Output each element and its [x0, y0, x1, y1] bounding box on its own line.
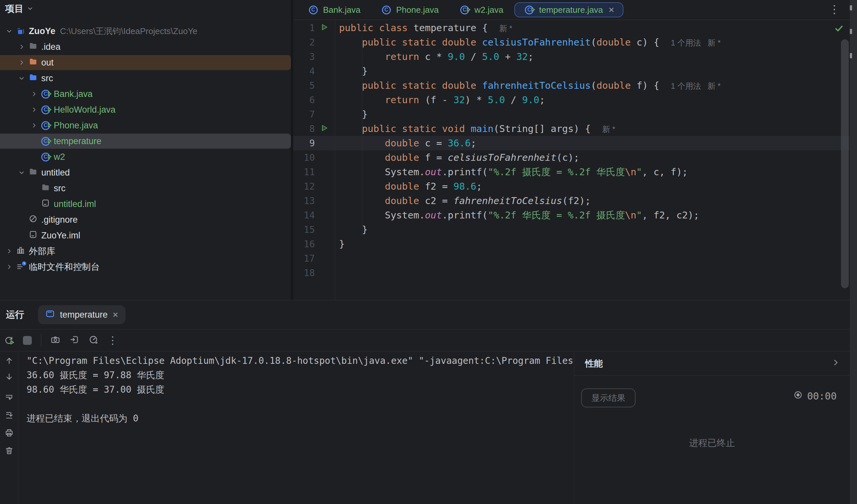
up-arrow-icon[interactable]: [4, 356, 14, 367]
tab-options-icon[interactable]: ⋮: [829, 3, 840, 16]
trash-icon[interactable]: [4, 446, 14, 456]
project-panel-header[interactable]: 项目: [0, 0, 291, 18]
code-line-4[interactable]: }: [339, 64, 840, 78]
tree-item-w2[interactable]: Cw2: [0, 149, 291, 165]
chevron-down-icon[interactable]: [16, 169, 28, 176]
tree-item-.idea[interactable]: .idea: [0, 39, 291, 55]
profiler-icon[interactable]: [88, 335, 98, 346]
console-line: 98.60 华氏度 = 37.00 摄氏度: [27, 382, 574, 397]
code-line-7[interactable]: }: [339, 107, 840, 122]
gutter-line-6[interactable]: 6: [293, 93, 335, 107]
run-tab-temperature[interactable]: temperature ×: [38, 305, 125, 324]
soft-wrap-icon[interactable]: [4, 393, 14, 403]
code-line-3[interactable]: return c * 9.0 / 5.0 + 32;: [339, 50, 840, 64]
gutter-line-5[interactable]: 5: [293, 78, 335, 93]
gutter-line-4[interactable]: 4: [293, 64, 335, 78]
code-line-9[interactable]: double c = 36.6;: [339, 136, 840, 150]
code-line-1[interactable]: public class temperature { 新 *: [339, 21, 840, 35]
code-line-8[interactable]: public static void main(String[] args) {…: [339, 122, 840, 136]
more-dots-icon[interactable]: ⋮: [107, 334, 118, 347]
close-icon[interactable]: ×: [609, 5, 615, 15]
show-results-button[interactable]: 显示结果: [581, 388, 636, 407]
gutter-line-18[interactable]: 18: [293, 265, 335, 280]
export-icon[interactable]: [69, 335, 79, 346]
tree-item--[interactable]: 临时文件和控制台: [0, 259, 291, 275]
gutter-line-13[interactable]: 13: [293, 193, 335, 208]
code-line-18[interactable]: [339, 265, 840, 280]
chevron-down-icon[interactable]: [16, 75, 28, 82]
chevron-down-icon[interactable]: [27, 4, 33, 14]
gutter-line-7[interactable]: 7: [293, 107, 335, 122]
code-line-10[interactable]: double f = celsiusToFahrenheit(c);: [339, 150, 840, 165]
tree-item-untitled[interactable]: untitled: [0, 165, 291, 180]
chevron-right-icon[interactable]: [16, 43, 28, 50]
gutter-line-2[interactable]: 2: [293, 35, 335, 50]
line-number: 13: [293, 195, 315, 206]
performance-header[interactable]: 性能: [574, 352, 850, 376]
editor-tabs: CBank.javaCPhone.javaCw2.javaCtemperatur…: [299, 2, 623, 17]
tree-item-Bank.java[interactable]: CBank.java: [0, 86, 291, 102]
rerun-icon[interactable]: [4, 335, 14, 345]
panel-splitter[interactable]: [291, 0, 293, 300]
chevron-down-icon[interactable]: [3, 28, 15, 35]
code-text[interactable]: public class temperature { 新 * public st…: [339, 21, 840, 280]
gutter-line-8[interactable]: 8: [293, 122, 335, 136]
tree-item-src[interactable]: src: [0, 70, 291, 86]
camera-icon[interactable]: [50, 335, 60, 346]
chevron-right-icon[interactable]: [16, 59, 28, 66]
editor-scrollbar[interactable]: [841, 39, 849, 288]
chevron-right-icon[interactable]: [831, 358, 840, 369]
editor-tab-Bank.java[interactable]: CBank.java: [299, 2, 370, 17]
down-arrow-icon[interactable]: [4, 372, 14, 382]
chevron-right-icon[interactable]: [3, 263, 15, 271]
tree-item--[interactable]: 外部库: [0, 243, 291, 259]
editor-tab-temperature.java[interactable]: Ctemperature.java×: [514, 2, 623, 17]
code-line-16[interactable]: }: [339, 237, 840, 251]
chevron-right-icon[interactable]: [3, 247, 15, 255]
chevron-right-icon[interactable]: [28, 90, 40, 98]
gutter-line-16[interactable]: 16: [293, 237, 335, 251]
gutter-line-12[interactable]: 12: [293, 179, 335, 193]
tree-item-HelloWorld.java[interactable]: CHelloWorld.java: [0, 102, 291, 118]
tree-item-Phone.java[interactable]: CPhone.java: [0, 118, 291, 133]
code-line-5[interactable]: public static double fahrenheitToCelsius…: [339, 78, 840, 93]
run-line-icon[interactable]: [320, 23, 328, 32]
editor-tab-w2.java[interactable]: Cw2.java: [450, 2, 512, 17]
code-line-17[interactable]: [339, 251, 840, 265]
tree-item-ZuoYe.iml[interactable]: ZuoYe.iml: [0, 228, 291, 243]
gutter-line-1[interactable]: 1: [293, 21, 335, 35]
tree-item-src[interactable]: src: [0, 180, 291, 196]
tree-item-label: 临时文件和控制台: [29, 261, 100, 273]
code-line-2[interactable]: public static double celsiusToFahrenheit…: [339, 35, 840, 50]
code-line-12[interactable]: double f2 = 98.6;: [339, 179, 840, 193]
stop-icon[interactable]: [23, 336, 32, 345]
inspections-ok-icon[interactable]: [834, 23, 844, 35]
code-editor[interactable]: 123456789101112131415161718 public class…: [293, 20, 850, 300]
gutter-line-11[interactable]: 11: [293, 165, 335, 179]
gutter-line-9[interactable]: 9: [293, 136, 335, 150]
gutter-line-14[interactable]: 14: [293, 208, 335, 222]
code-line-6[interactable]: return (f - 32) * 5.0 / 9.0;: [339, 93, 840, 107]
chevron-right-icon[interactable]: [28, 106, 40, 113]
code-line-13[interactable]: double c2 = fahrenheitToCelsius(f2);: [339, 193, 840, 208]
editor-tab-Phone.java[interactable]: CPhone.java: [371, 2, 448, 17]
tree-item-temperature[interactable]: Ctemperature: [0, 133, 291, 149]
code-line-14[interactable]: System.out.printf("%.2f 华氏度 = %.2f 摄氏度\n…: [339, 208, 840, 222]
close-icon[interactable]: ×: [113, 310, 119, 319]
scroll-end-icon[interactable]: [4, 411, 14, 421]
tree-item-out[interactable]: out: [0, 55, 291, 70]
printer-icon[interactable]: [4, 428, 14, 439]
chevron-right-icon[interactable]: [28, 122, 40, 129]
run-line-icon[interactable]: [320, 124, 328, 133]
run-window-icon: [45, 309, 55, 321]
gutter-line-3[interactable]: 3: [293, 50, 335, 64]
gutter-line-15[interactable]: 15: [293, 222, 335, 237]
gutter-line-17[interactable]: 17: [293, 251, 335, 265]
gutter-line-10[interactable]: 10: [293, 150, 335, 165]
console-output[interactable]: "C:\Program Files\Eclipse Adoptium\jdk-1…: [19, 352, 574, 504]
code-line-15[interactable]: }: [339, 222, 840, 237]
tree-item-ZuoYe[interactable]: ZuoYeC:\Users\王泯钧\IdeaProjects\ZuoYe: [0, 23, 291, 39]
tree-item-untitled.iml[interactable]: untitled.iml: [0, 196, 291, 212]
tree-item-.gitignore[interactable]: .gitignore: [0, 212, 291, 228]
code-line-11[interactable]: System.out.printf("%.2f 摄氏度 = %.2f 华氏度\n…: [339, 165, 840, 179]
